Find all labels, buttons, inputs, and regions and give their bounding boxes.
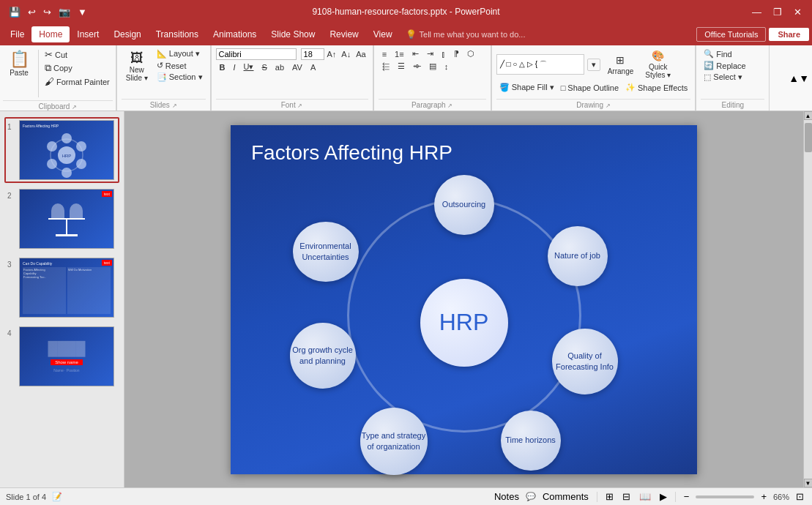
restore-button[interactable]: ❐ — [769, 5, 786, 19]
slide-thumb-1[interactable]: 1 Factors Affecting HRP HRP — [4, 117, 119, 183]
layout-button[interactable]: 📐Layout ▾ — [154, 48, 206, 59]
font-label[interactable]: Font ↗ — [216, 99, 368, 109]
menu-insert[interactable]: Insert — [70, 26, 106, 42]
shape-gallery[interactable]: ╱ □ ○ △ ▷ { ⌒ — [496, 54, 584, 75]
cut-button[interactable]: ✂Cut — [42, 48, 113, 61]
node-type-strategy: Type and strategy of organization — [360, 408, 428, 475]
node-environmental: Environmental Uncertainties — [293, 222, 359, 282]
share-button[interactable]: Share — [769, 28, 809, 41]
slide-thumb-2[interactable]: 2 text — [4, 186, 119, 252]
text-direction-button[interactable]: ⁋ — [450, 48, 463, 59]
menu-view[interactable]: View — [366, 26, 400, 42]
shape-fill-icon: 🪣 — [499, 83, 510, 92]
scroll-up-button[interactable]: ▲ — [804, 111, 813, 120]
clipboard-label[interactable]: Clipboard ↗ — [3, 100, 113, 111]
paste-icon: 📋 — [10, 51, 29, 67]
decrease-font-button[interactable]: A↓ — [339, 49, 353, 59]
scroll-thumb[interactable] — [805, 123, 812, 152]
arrange-button[interactable]: ⊞ Arrange — [603, 53, 638, 77]
section-button[interactable]: 📑Section ▾ — [154, 72, 206, 83]
slideshow-button[interactable]: ▶ — [658, 490, 669, 503]
bold-button[interactable]: B — [216, 62, 229, 72]
note-icon: 💬 — [526, 492, 536, 501]
decrease-indent-button[interactable]: ⇤ — [409, 48, 422, 59]
find-button[interactable]: 🔍Find — [701, 48, 748, 59]
svg-point-4 — [76, 141, 86, 152]
bullets-button[interactable]: ≡ — [379, 49, 390, 59]
slide-info: Slide 1 of 4 — [6, 493, 46, 501]
save-button[interactable]: 💾 — [6, 5, 23, 19]
ribbon-scroll-down[interactable]: ▼ — [799, 72, 809, 84]
copy-icon: ⧉ — [45, 62, 51, 74]
menu-home[interactable]: Home — [31, 26, 70, 42]
shape-fill-button[interactable]: 🪣 Shape Fill ▾ — [496, 82, 557, 93]
menu-slideshow[interactable]: Slide Show — [264, 26, 322, 42]
slide-sorter-button[interactable]: ⊟ — [620, 490, 633, 503]
copy-button[interactable]: ⧉Copy — [42, 61, 113, 75]
menu-design[interactable]: Design — [106, 26, 148, 42]
scroll-down-button[interactable]: ▼ — [804, 479, 813, 487]
line-spacing-button[interactable]: ↕ — [441, 61, 452, 72]
zoom-out-button[interactable]: − — [682, 490, 692, 503]
ribbon-scroll-up[interactable]: ▲ — [789, 72, 799, 84]
zoom-slider[interactable] — [696, 495, 754, 498]
numbering-button[interactable]: 1≡ — [391, 49, 408, 59]
font-name-input[interactable] — [216, 48, 297, 60]
undo-button[interactable]: ↩ — [25, 5, 39, 19]
align-center-button[interactable]: ☰ — [394, 61, 409, 72]
ribbon-group-slides: 🖼 NewSlide ▾ 📐Layout ▾ ↺Reset 📑Section ▾… — [117, 45, 211, 111]
shape-gallery-more[interactable]: ▾ — [587, 59, 600, 71]
slide-thumb-4[interactable]: 4 ████ Show name Name · Position — [4, 323, 119, 389]
italic-button[interactable]: I — [229, 62, 239, 72]
reading-view-button[interactable]: 📖 — [637, 490, 653, 503]
char-spacing-button[interactable]: AV — [288, 62, 306, 72]
font-color-button[interactable]: A — [307, 62, 319, 72]
font-size-input[interactable] — [301, 48, 324, 60]
menu-file[interactable]: File — [3, 26, 31, 42]
notes-button[interactable]: Notes — [492, 490, 521, 503]
align-right-button[interactable]: ⬲ — [409, 61, 425, 72]
zoom-in-button[interactable]: + — [759, 490, 769, 503]
comments-button[interactable]: Comments — [540, 490, 591, 503]
paste-button[interactable]: 📋 Paste — [3, 48, 35, 80]
menu-review[interactable]: Review — [322, 26, 365, 42]
node-org-growth: Org growth cycle and planning — [290, 323, 356, 389]
canvas-area[interactable]: Factors Affecting HRP HRP Outsourcing Na… — [124, 111, 803, 487]
columns-button[interactable]: ⫿ — [438, 49, 450, 59]
customize-qa-button[interactable]: ▼ — [75, 5, 90, 19]
slide-thumb-3[interactable]: 3 Can Do Capability Factors AffectingCap… — [4, 255, 119, 321]
underline-button[interactable]: U▾ — [240, 61, 258, 72]
new-slide-button[interactable]: 🖼 NewSlide ▾ — [122, 48, 152, 85]
ribbon-group-paragraph: ≡ 1≡ ⇤ ⇥ ⫿ ⁋ ⬡ ⬱ ☰ ⬲ ▤ ↕ Paragraph ↗ — [374, 45, 491, 111]
text-shadow-button[interactable]: ab — [272, 62, 288, 72]
quick-styles-button[interactable]: 🎨 QuickStyles ▾ — [641, 48, 675, 81]
normal-view-button[interactable]: ⊞ — [603, 490, 616, 503]
increase-font-button[interactable]: A↑ — [325, 49, 339, 59]
slides-label[interactable]: Slides ↗ — [122, 99, 206, 109]
shape-outline-button[interactable]: □ Shape Outline — [558, 83, 622, 93]
screenshot-button[interactable]: 📷 — [56, 5, 73, 19]
minimize-button[interactable]: — — [748, 5, 766, 19]
increase-indent-button[interactable]: ⇥ — [423, 48, 437, 59]
shape-effects-button[interactable]: ✨ Shape Effects — [622, 82, 690, 93]
align-left-button[interactable]: ⬱ — [379, 61, 393, 72]
justify-button[interactable]: ▤ — [425, 61, 440, 72]
format-painter-button[interactable]: 🖌Format Painter — [42, 75, 113, 88]
strikethrough-button[interactable]: S — [258, 62, 270, 72]
slide-number-2: 2 — [7, 189, 16, 200]
office-tutorials-button[interactable]: Office Tutorials — [696, 27, 766, 42]
replace-button[interactable]: 🔄Replace — [701, 60, 748, 71]
clear-formatting-button[interactable]: Aa — [354, 49, 368, 59]
drawing-label[interactable]: Drawing ↗ — [496, 99, 691, 109]
paragraph-label[interactable]: Paragraph ↗ — [379, 99, 486, 109]
menu-transitions[interactable]: Transitions — [149, 26, 206, 42]
convert-to-smartart-button[interactable]: ⬡ — [463, 48, 478, 59]
menu-animations[interactable]: Animations — [206, 26, 264, 42]
select-button[interactable]: ⬚Select ▾ — [701, 72, 748, 83]
reset-button[interactable]: ↺Reset — [154, 60, 206, 71]
fit-slide-button[interactable]: ⊡ — [794, 490, 806, 503]
close-button[interactable]: ✕ — [789, 5, 806, 19]
redo-button[interactable]: ↪ — [40, 5, 54, 19]
slide-number-3: 3 — [7, 258, 16, 269]
format-painter-icon: 🖌 — [45, 76, 54, 87]
